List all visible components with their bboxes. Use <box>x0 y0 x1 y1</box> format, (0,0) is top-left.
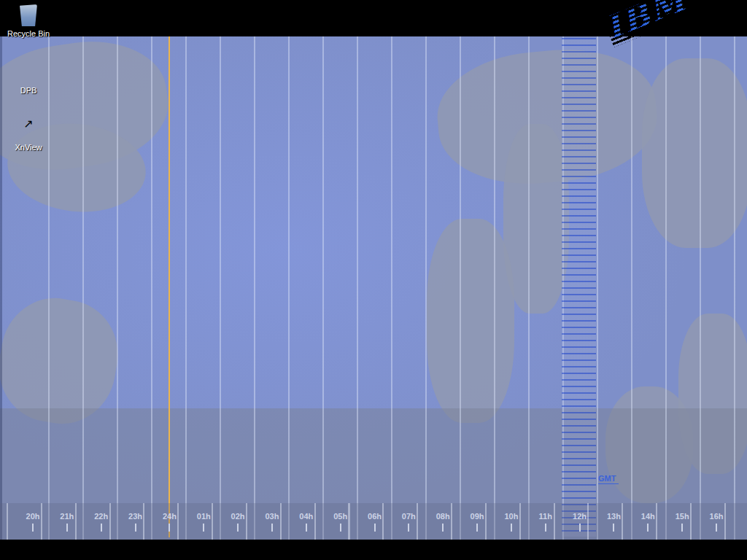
gmt-label: GMT <box>598 474 619 484</box>
timezone-tick <box>101 524 102 532</box>
timezone-label: 22h <box>94 512 108 521</box>
timezone-band: 20h21h22h23h24h01h02h03h04h05h06h07h08h0… <box>0 503 747 540</box>
timezone-label: 15h <box>676 512 689 521</box>
gmt-meridian-band <box>562 38 596 537</box>
timezone-tick <box>408 524 409 532</box>
landmass <box>0 289 127 432</box>
timezone-label: 10h <box>504 512 518 521</box>
recycle-bin-body <box>20 4 37 26</box>
timezone-label: 02h <box>231 512 245 521</box>
timezone-label: 14h <box>641 512 655 521</box>
icon-label: XnView <box>4 143 53 152</box>
landmass <box>605 386 693 503</box>
timezone-label: 16h <box>710 512 724 521</box>
laptop-icon <box>16 60 41 85</box>
timezone-label: 20h <box>26 512 40 521</box>
timezone-tick <box>271 524 273 532</box>
desktop-icon-recycle-bin[interactable]: ♻ Recycle Bin <box>4 3 53 38</box>
map-left-edge <box>0 36 2 540</box>
timezone-label: 04h <box>299 512 313 521</box>
desktop-root: GMT 20h21h22h23h24h01h02h03h04h05h06h07h… <box>0 0 747 560</box>
desktop-icon-dpb[interactable]: DPB <box>4 60 53 95</box>
timezone-tick <box>647 524 649 532</box>
wallpaper-world-map: GMT 20h21h22h23h24h01h02h03h04h05h06h07h… <box>0 36 747 540</box>
timezone-tick <box>476 524 478 532</box>
timezone-label: 03h <box>265 512 279 521</box>
timezone-label: 08h <box>436 512 450 521</box>
timezone-tick <box>374 524 376 532</box>
icon-label: Recycle Bin <box>4 29 53 38</box>
timezone-label: 09h <box>471 512 484 521</box>
timezone-tick <box>442 524 444 532</box>
timezone-tick <box>716 524 717 532</box>
xnview-app-icon: ↗ <box>16 117 41 141</box>
timezone-tick <box>681 524 683 532</box>
timezone-tick <box>579 524 581 532</box>
landmass <box>642 58 747 248</box>
recycle-bin-icon: ♻ <box>16 3 41 28</box>
timezone-label: 05h <box>333 512 347 521</box>
icon-label: DPB <box>4 86 53 95</box>
timezone-label: 01h <box>197 512 211 521</box>
timezone-tick <box>511 524 512 532</box>
timezone-label: 23h <box>128 512 142 521</box>
timezone-tick <box>545 524 546 532</box>
timezone-tick <box>237 524 239 532</box>
landmass <box>503 124 569 314</box>
timezone-label: 12h <box>573 512 587 521</box>
shortcut-arrow-icon: ↗ <box>16 117 41 131</box>
timezone-label: 11h <box>539 512 552 521</box>
timezone-label: 21h <box>60 512 74 521</box>
language-option[interactable]: English (Zimbabwe) <box>0 551 747 560</box>
timezone-label: 06h <box>368 512 382 521</box>
timezone-tick <box>135 524 136 532</box>
landmass <box>427 219 514 423</box>
landmass <box>0 36 176 180</box>
timezone-tick <box>340 524 341 532</box>
desktop-icon-xnview[interactable]: ↗ XnView <box>4 117 53 152</box>
timezone-tick <box>169 524 170 532</box>
timezone-tick <box>203 524 204 532</box>
timezone-label: 07h <box>402 512 416 521</box>
timezone-tick <box>613 524 614 532</box>
timezone-tick <box>66 524 68 532</box>
timezone-tick <box>32 524 34 532</box>
landmass <box>678 314 747 474</box>
timezone-label: 24h <box>163 512 177 521</box>
landmass <box>433 42 662 191</box>
language-option[interactable]: English (United States) <box>0 538 747 551</box>
current-time-marker-line <box>169 36 170 537</box>
timezone-tick <box>306 524 307 532</box>
timezone-label: 13h <box>607 512 621 521</box>
